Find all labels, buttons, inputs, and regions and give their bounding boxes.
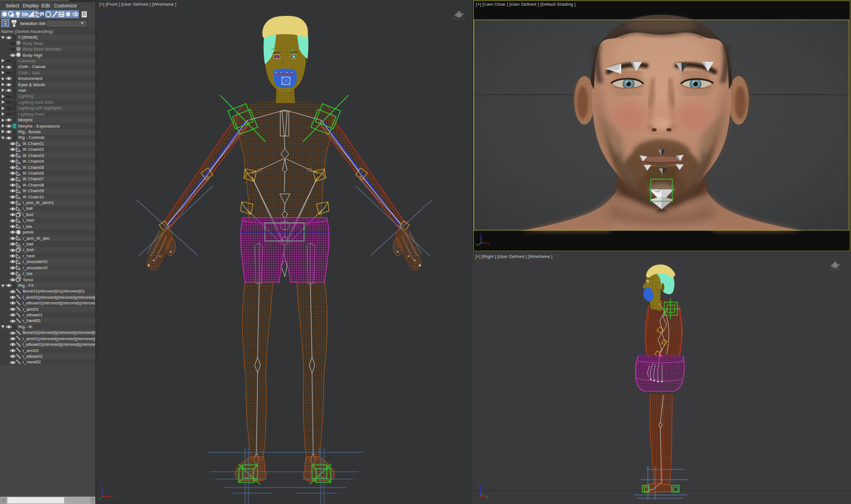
svg-text:y: y [486,494,488,499]
svg-text:x: x [111,495,113,499]
svg-text:z: z [101,485,103,488]
svg-text:z: z [480,232,482,236]
svg-text:z: z [479,482,481,486]
svg-text:y: y [475,242,477,245]
svg-text:y: y [97,495,99,499]
svg-text:x: x [488,242,490,245]
